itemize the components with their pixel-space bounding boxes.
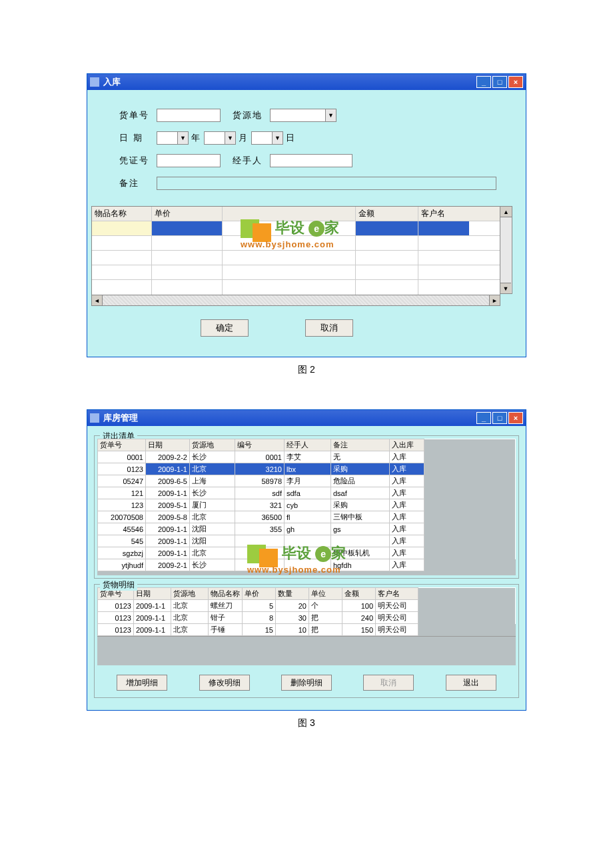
- grid-row[interactable]: [92, 251, 500, 265]
- cancel-button[interactable]: 取消: [305, 319, 353, 337]
- chevron-down-icon: ▼: [272, 132, 283, 144]
- select-day[interactable]: ▼: [251, 131, 283, 145]
- chevron-down-icon: ▼: [177, 132, 188, 144]
- table-row[interactable]: 01232009-1-1北京螺丝刀520个100明天公司: [98, 600, 516, 612]
- maximize-button[interactable]: □: [492, 412, 507, 424]
- grid-row[interactable]: [92, 280, 500, 295]
- form-area: 货单号 货源地 ▼ 日 期 ▼ 年 ▼ 月 ▼ 日 凭证号 经手人 备: [87, 90, 526, 206]
- table-header-row: 货单号 日期 货源地 编号 经手人 备注 入出库: [98, 439, 516, 451]
- table-row[interactable]: 052472009-6-5上海58978李月危险品入库: [98, 475, 516, 487]
- col-price: 单价: [152, 207, 223, 221]
- items-grid: 物品名称 单价 金额 客户名 ▲▼ ◄: [91, 206, 522, 306]
- grid-vscrollbar[interactable]: ▲▼: [500, 206, 512, 294]
- table-row[interactable]: 01232009-1-1北京钳子830把240明天公司: [98, 612, 516, 624]
- label-date: 日 期: [119, 132, 157, 144]
- grid-hscrollbar[interactable]: ◄ ►: [91, 295, 500, 306]
- figure-caption-3: 图 3: [87, 717, 526, 729]
- label-remark: 备注: [119, 177, 157, 189]
- select-year[interactable]: ▼: [157, 131, 189, 145]
- input-remark[interactable]: [157, 177, 496, 190]
- table-row[interactable]: 01232009-1-1北京3210lbx采购入库: [98, 463, 516, 475]
- chevron-down-icon: ▼: [325, 109, 336, 121]
- list-table[interactable]: 货单号 日期 货源地 编号 经手人 备注 入出库 00012009-2-2长沙0…: [97, 439, 516, 571]
- minimize-button[interactable]: _: [476, 412, 491, 424]
- col-item-name: 物品名称: [92, 207, 152, 221]
- grid-row[interactable]: [92, 236, 500, 251]
- maximize-button[interactable]: □: [492, 76, 507, 88]
- label-handler: 经手人: [233, 155, 270, 167]
- grid-header-row: 物品名称 单价 金额 客户名: [92, 207, 500, 221]
- table-row[interactable]: 1212009-1-1长沙sdfsdfadsaf入库: [98, 487, 516, 499]
- figure-caption-2: 图 2: [87, 364, 526, 376]
- col-customer: 客户名: [418, 207, 469, 221]
- input-order-no[interactable]: [157, 109, 221, 122]
- legend-detail: 货物明细: [100, 579, 137, 591]
- col-date: 日期: [146, 439, 190, 451]
- label-voucher: 凭证号: [119, 155, 157, 167]
- window-warehouse: 库房管理 _ □ × 进出清单 货单号 日期 货源地 编号 经手人: [87, 409, 526, 711]
- add-detail-button[interactable]: 增加明细: [117, 675, 167, 691]
- minimize-button[interactable]: _: [476, 76, 491, 88]
- table-row[interactable]: sgzbzj2009-1-1北京钢中板轧机入库: [98, 547, 516, 559]
- close-button[interactable]: ×: [508, 412, 523, 424]
- detail-table[interactable]: 货单号日期货源地物品名称单价数量单位金额客户名 01232009-1-1北京螺丝…: [97, 587, 516, 636]
- grid-row[interactable]: [92, 265, 500, 280]
- table-row[interactable]: 01232009-1-1北京手锤1510把150明天公司: [98, 624, 516, 636]
- window-inbound: 入库 _ □ × 货单号 货源地 ▼ 日 期 ▼ 年 ▼ 月 ▼ 日 凭证号: [87, 73, 526, 357]
- titlebar[interactable]: 入库 _ □ ×: [87, 74, 526, 90]
- window-title: 库房管理: [103, 412, 475, 424]
- select-month[interactable]: ▼: [204, 131, 236, 145]
- window-title: 入库: [103, 76, 475, 88]
- delete-detail-button[interactable]: 删除明细: [281, 675, 332, 691]
- table-row[interactable]: 00012009-2-2长沙0001李艾无入库: [98, 451, 516, 463]
- arrow-right-icon[interactable]: ►: [489, 295, 500, 305]
- grid-row-selected[interactable]: [92, 221, 500, 236]
- col-amount: 金额: [356, 207, 418, 221]
- select-source[interactable]: ▼: [270, 109, 336, 122]
- fieldset-detail: 货物明细 货单号日期货源地物品名称单价数量单位金额客户名 01232009-1-…: [94, 584, 519, 698]
- col-source: 货源地: [190, 439, 235, 451]
- col-remark: 备注: [331, 439, 390, 451]
- col-handler: 经手人: [285, 439, 331, 451]
- input-voucher[interactable]: [157, 154, 221, 167]
- table-row[interactable]: 200705082009-5-8北京36500fl三钢中板入库: [98, 511, 516, 523]
- edit-detail-button[interactable]: 修改明细: [199, 675, 250, 691]
- titlebar[interactable]: 库房管理 _ □ ×: [87, 410, 526, 426]
- grid-body[interactable]: 物品名称 单价 金额 客户名: [91, 206, 500, 295]
- fieldset-list: 进出清单 货单号 日期 货源地 编号 经手人 备注 入出库: [94, 435, 519, 579]
- table-row[interactable]: 5452009-1-1沈阳入库: [98, 535, 516, 547]
- cancel-button[interactable]: 取消: [363, 675, 414, 691]
- label-day: 日: [286, 132, 295, 144]
- label-year: 年: [191, 132, 200, 144]
- input-handler[interactable]: [270, 154, 352, 167]
- arrow-down-icon[interactable]: ▼: [500, 283, 511, 293]
- table-header-row: 货单号日期货源地物品名称单价数量单位金额客户名: [98, 588, 516, 600]
- app-icon: [90, 413, 99, 423]
- col-inout: 入出库: [390, 439, 424, 451]
- exit-button[interactable]: 退出: [446, 675, 496, 691]
- col-order-no: 货单号: [98, 439, 146, 451]
- col-blank: [223, 207, 356, 221]
- col-code: 编号: [235, 439, 285, 451]
- app-icon: [90, 77, 99, 87]
- label-month: 月: [239, 132, 247, 144]
- table-row[interactable]: ytjhudf2009-2-1长沙hgfdh入库: [98, 559, 516, 571]
- arrow-left-icon[interactable]: ◄: [92, 295, 103, 305]
- ok-button[interactable]: 确定: [201, 319, 249, 337]
- chevron-down-icon: ▼: [225, 132, 235, 144]
- table-row[interactable]: 455462009-1-1沈阳355ghgs入库: [98, 523, 516, 535]
- label-source: 货源地: [233, 109, 270, 121]
- arrow-up-icon[interactable]: ▲: [500, 207, 512, 217]
- label-order-no: 货单号: [119, 109, 157, 121]
- close-button[interactable]: ×: [508, 76, 523, 88]
- table-row[interactable]: 1232009-5-1厦门321cyb采购入库: [98, 499, 516, 511]
